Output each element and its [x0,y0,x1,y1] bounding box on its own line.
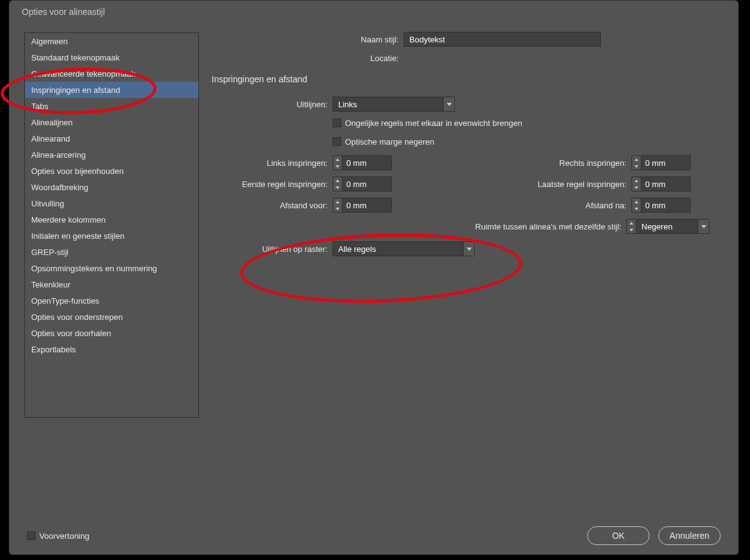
sidebar-item[interactable]: Woordafbreking [25,179,198,195]
ok-button[interactable]: OK [587,526,650,545]
dialog-title: Opties voor alineastijl [9,1,738,24]
sidebar-item[interactable]: Opties voor onderstrepen [25,309,198,325]
sidebar-item[interactable]: Alinealijnen [25,114,198,130]
rechts-inspringen-label: Rechts inspringen: [392,158,626,168]
dialog-footer: Voorvertoning OK Annuleren [9,517,738,554]
sidebar-item[interactable]: Initialen en geneste stijlen [25,228,198,244]
raster-label: Uitlijnen op raster: [212,244,328,254]
sidebar-item[interactable]: Meerdere kolommen [25,211,198,228]
main-panel: Naam stijl: Locatie: Inspringingen en af… [212,27,723,260]
sidebar-item[interactable]: Opties voor bijeenhouden [25,163,198,179]
links-inspringen-stepper[interactable] [333,155,342,170]
sidebar-item[interactable]: Uitvulling [25,195,198,211]
afstand-na-label: Afstand na: [392,201,626,210]
chevron-down-icon [463,242,474,256]
section-title: Inspringingen en afstand [212,74,723,84]
chevron-down-icon [443,97,454,111]
ruimte-value: Negeren [636,222,698,231]
category-sidebar: AlgemeenStandaard tekenopmaakGeavanceerd… [24,32,199,418]
ongelijke-checkbox[interactable] [333,118,341,127]
laatste-regel-input[interactable] [641,176,691,191]
sidebar-item[interactable]: Algemeen [25,33,198,49]
cancel-button[interactable]: Annuleren [658,526,721,545]
sidebar-item[interactable]: OpenType-functies [25,292,198,309]
sidebar-item[interactable]: Exportlabels [25,341,198,357]
locatie-label: Locatie: [212,54,399,63]
paragraph-style-options-dialog: Opties voor alineastijl AlgemeenStandaar… [9,0,739,555]
ongelijke-label: Ongelijke regels met elkaar in evenwicht… [345,118,522,128]
sidebar-item[interactable]: Tekenkleur [25,276,198,292]
chevron-down-icon [698,220,709,233]
uitlijnen-value: Links [333,100,443,109]
eerste-regel-stepper[interactable] [333,176,342,191]
rechts-inspringen-stepper[interactable] [631,155,641,170]
laatste-regel-stepper[interactable] [631,176,641,191]
links-inspringen-label: Links inspringen: [212,158,328,168]
sidebar-item[interactable]: Inspringingen en afstand [25,82,198,98]
voorvertoning-checkbox[interactable] [27,531,36,540]
links-inspringen-input[interactable] [342,155,392,170]
sidebar-item[interactable]: Alinea-arcering [25,147,198,163]
afstand-na-stepper[interactable] [631,198,641,213]
afstand-na-input[interactable] [641,198,691,213]
naam-stijl-input[interactable] [404,32,601,47]
sidebar-item[interactable]: GREP-stijl [25,244,198,260]
sidebar-item[interactable]: Opties voor doorhalen [25,325,198,341]
sidebar-item[interactable]: Tabs [25,98,198,114]
uitlijnen-label: Uitlijnen: [212,100,328,109]
eerste-regel-input[interactable] [342,176,392,191]
afstand-voor-label: Afstand voor: [212,201,328,210]
raster-value: Alle regels [333,244,463,254]
dialog-content: AlgemeenStandaard tekenopmaakGeavanceerd… [24,27,723,517]
afstand-voor-input[interactable] [342,198,392,213]
ruimte-label: Ruimte tussen alinea's met dezelfde stij… [212,222,621,231]
naam-stijl-label: Naam stijl: [212,35,399,44]
raster-dropdown[interactable]: Alle regels [333,241,475,256]
laatste-regel-label: Laatste regel inspringen: [392,180,626,189]
sidebar-item[interactable]: Opsommingstekens en nummering [25,260,198,276]
uitlijnen-dropdown[interactable]: Links [333,97,455,112]
sidebar-item[interactable]: Geavanceerde tekenopmaak [25,65,198,82]
sidebar-item[interactable]: Standaard tekenopmaak [25,49,198,65]
voorvertoning-label: Voorvertoning [39,531,89,541]
optische-checkbox[interactable] [333,137,341,146]
afstand-voor-stepper[interactable] [333,198,342,213]
eerste-regel-label: Eerste regel inspringen: [212,180,328,189]
ruimte-stepper[interactable] [626,219,636,234]
ruimte-dropdown[interactable]: Negeren [636,219,709,234]
sidebar-item[interactable]: Alinearand [25,130,198,147]
rechts-inspringen-input[interactable] [641,155,691,170]
optische-label: Optische marge negeren [345,137,434,147]
